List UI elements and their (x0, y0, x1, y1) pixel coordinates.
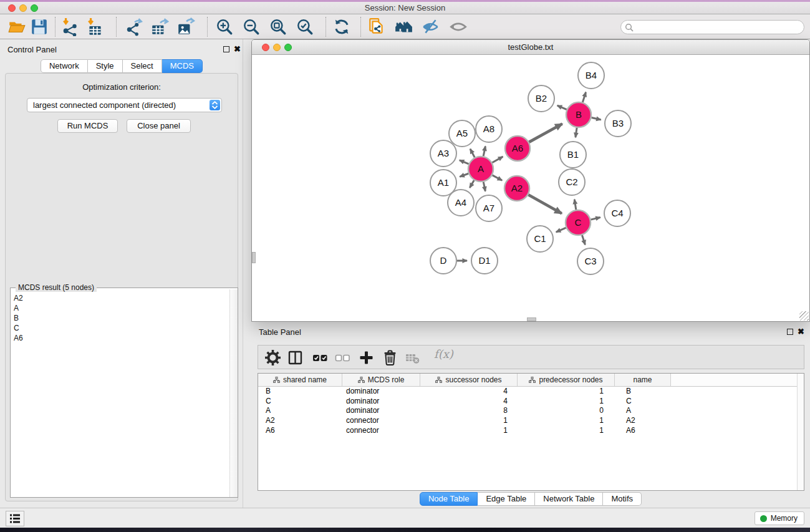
table-row[interactable]: Adominator80A (258, 406, 804, 416)
edge-B-B1[interactable] (576, 128, 577, 137)
tab-network[interactable]: Network (41, 59, 88, 73)
network-vertical-scrollbar[interactable] (252, 252, 256, 263)
export-image-icon[interactable] (176, 17, 195, 36)
table-cell[interactable]: C (258, 397, 342, 407)
settings-gear-icon[interactable] (264, 349, 281, 366)
edge-A-A3[interactable] (460, 160, 469, 164)
table-cell[interactable]: 8 (420, 406, 518, 416)
edge-C-C2[interactable] (574, 200, 576, 210)
close-panel-button[interactable]: Close panel (127, 119, 191, 133)
edge-C-C4[interactable] (591, 217, 600, 220)
table-cell[interactable]: dominator (342, 406, 420, 416)
column-header-MCDS-role[interactable]: MCDS role (342, 374, 420, 386)
table-cell[interactable]: B (258, 387, 342, 397)
home-icon[interactable] (394, 17, 413, 36)
zoom-fit-icon[interactable] (269, 17, 287, 36)
table-cell[interactable]: connector (342, 416, 420, 426)
open-session-icon[interactable] (7, 17, 26, 36)
table-cell[interactable] (671, 416, 798, 426)
edge-B-B2[interactable] (557, 105, 567, 110)
mcds-result-item[interactable]: A6 (14, 333, 229, 343)
zoom-selected-icon[interactable] (296, 17, 314, 36)
export-network-icon[interactable] (125, 17, 144, 36)
add-column-icon[interactable] (358, 349, 375, 366)
table-row[interactable]: A2connector11A2 (258, 416, 804, 426)
edge-A6-B[interactable] (529, 123, 562, 142)
table-cell[interactable]: 1 (518, 397, 615, 407)
table-cell[interactable]: 0 (518, 406, 615, 416)
table-cell[interactable] (671, 426, 798, 436)
edge-A-A1[interactable] (460, 173, 468, 177)
close-panel-icon[interactable]: ✖ (234, 46, 241, 53)
mcds-result-item[interactable]: C (14, 323, 229, 333)
maximize-window-icon[interactable] (31, 4, 38, 12)
table-cell[interactable]: 4 (420, 387, 518, 397)
table-cell[interactable]: 1 (518, 387, 615, 397)
edge-A-A5[interactable] (470, 149, 475, 158)
table-cell[interactable]: A6 (258, 426, 342, 436)
tab-node-table[interactable]: Node Table (420, 492, 478, 506)
table-cell[interactable]: B (615, 387, 671, 397)
memory-button[interactable]: Memory (755, 511, 804, 525)
edge-A-A7[interactable] (483, 182, 485, 191)
table-cell[interactable]: 4 (420, 397, 518, 407)
tab-motifs[interactable]: Motifs (603, 492, 642, 506)
edge-C-C3[interactable] (582, 235, 585, 244)
table-cell[interactable]: 1 (518, 416, 615, 426)
float-panel-icon[interactable] (223, 46, 229, 52)
eye-icon[interactable] (449, 17, 468, 36)
tab-edge-table[interactable]: Edge Table (478, 492, 535, 506)
save-session-icon[interactable] (30, 17, 49, 36)
column-header-predecessor-nodes[interactable]: predecessor nodes (518, 374, 615, 386)
table-cell[interactable]: A (615, 406, 671, 416)
network-minimize-icon[interactable] (273, 44, 281, 51)
table-cell[interactable]: 1 (518, 426, 615, 436)
import-table-icon[interactable] (85, 17, 104, 36)
zoom-out-icon[interactable] (242, 17, 261, 36)
table-scrollbar[interactable] (797, 374, 804, 490)
column-header-name[interactable]: name (615, 374, 671, 386)
network-horizontal-scrollbar[interactable] (527, 317, 536, 321)
tab-style[interactable]: Style (88, 59, 123, 73)
import-network-icon[interactable] (60, 17, 79, 36)
tab-mcds[interactable]: MCDS (162, 59, 203, 73)
edge-A-A8[interactable] (483, 146, 485, 156)
edge-A-A6[interactable] (492, 157, 503, 163)
table-cell[interactable]: dominator (342, 397, 420, 407)
mcds-result-item[interactable]: A (14, 303, 229, 313)
network-maximize-icon[interactable] (284, 44, 292, 51)
select-all-columns-icon[interactable] (312, 349, 329, 366)
run-mcds-button[interactable]: Run MCDS (57, 119, 118, 133)
network-close-icon[interactable] (262, 44, 269, 51)
column-view-icon[interactable] (287, 349, 304, 366)
table-cell[interactable]: A2 (258, 416, 342, 426)
mcds-result-item[interactable]: B (14, 313, 229, 323)
table-cell[interactable]: A6 (615, 426, 671, 436)
edge-B-B4[interactable] (582, 92, 586, 102)
search-field[interactable] (620, 20, 804, 34)
duplicate-network-icon[interactable] (367, 17, 386, 36)
table-cell[interactable]: 1 (420, 416, 518, 426)
mcds-result-list[interactable]: A2ABCA6 (11, 289, 229, 497)
table-cell[interactable]: A (258, 406, 342, 416)
edge-A2-C[interactable] (528, 195, 562, 213)
column-header-shared-name[interactable]: shared name (258, 374, 342, 386)
table-cell[interactable] (671, 397, 798, 407)
graphics-details-icon[interactable] (422, 17, 440, 36)
edge-C-C1[interactable] (556, 228, 566, 232)
minimize-window-icon[interactable] (19, 4, 27, 12)
table-cell[interactable] (671, 406, 798, 416)
close-window-icon[interactable] (8, 4, 16, 12)
table-row[interactable]: Bdominator41B (258, 387, 804, 397)
window-resize-grip[interactable] (799, 311, 809, 321)
table-cell[interactable]: A2 (615, 416, 671, 426)
result-scrollbar[interactable] (229, 289, 238, 497)
table-cell[interactable]: connector (342, 426, 420, 436)
search-input[interactable] (636, 21, 798, 33)
table-cell[interactable]: C (615, 397, 671, 407)
table-row[interactable]: A6connector11A6 (258, 426, 804, 436)
function-builder-icon[interactable]: f(x) (434, 347, 453, 360)
table-float-panel-icon[interactable] (787, 329, 793, 335)
tab-select[interactable]: Select (123, 59, 162, 73)
mcds-result-item[interactable]: A2 (14, 293, 229, 303)
